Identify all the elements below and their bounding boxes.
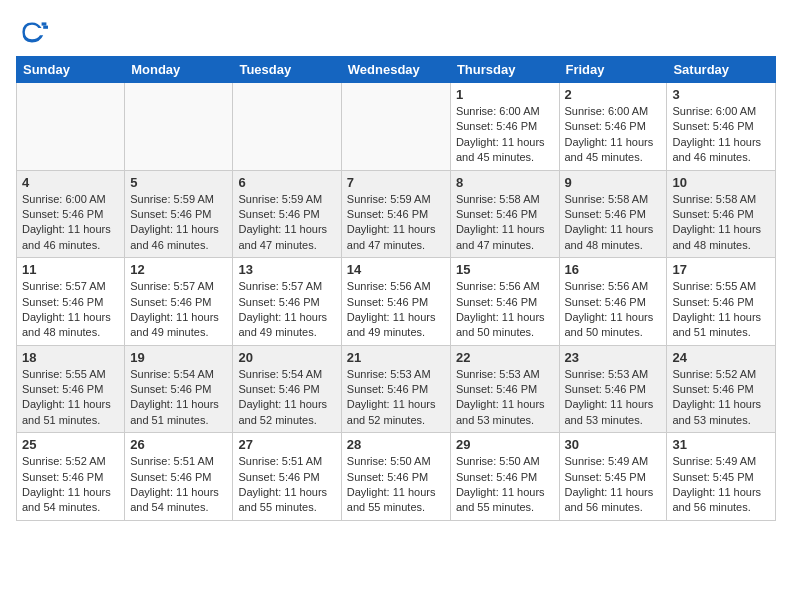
- day-number: 10: [672, 175, 770, 190]
- day-number: 13: [238, 262, 335, 277]
- calendar-day: 5Sunrise: 5:59 AM Sunset: 5:46 PM Daylig…: [125, 170, 233, 258]
- day-number: 28: [347, 437, 445, 452]
- calendar-day: 20Sunrise: 5:54 AM Sunset: 5:46 PM Dayli…: [233, 345, 341, 433]
- day-info: Sunrise: 6:00 AM Sunset: 5:46 PM Dayligh…: [565, 104, 662, 166]
- day-info: Sunrise: 6:00 AM Sunset: 5:46 PM Dayligh…: [672, 104, 770, 166]
- calendar-day: [17, 83, 125, 171]
- calendar-day: 23Sunrise: 5:53 AM Sunset: 5:46 PM Dayli…: [559, 345, 667, 433]
- day-number: 2: [565, 87, 662, 102]
- day-number: 21: [347, 350, 445, 365]
- day-info: Sunrise: 5:55 AM Sunset: 5:46 PM Dayligh…: [22, 367, 119, 429]
- calendar-day: 22Sunrise: 5:53 AM Sunset: 5:46 PM Dayli…: [450, 345, 559, 433]
- calendar-header-monday: Monday: [125, 57, 233, 83]
- calendar-day: 14Sunrise: 5:56 AM Sunset: 5:46 PM Dayli…: [341, 258, 450, 346]
- day-info: Sunrise: 5:53 AM Sunset: 5:46 PM Dayligh…: [456, 367, 554, 429]
- calendar-day: 29Sunrise: 5:50 AM Sunset: 5:46 PM Dayli…: [450, 433, 559, 521]
- calendar-day: 2Sunrise: 6:00 AM Sunset: 5:46 PM Daylig…: [559, 83, 667, 171]
- day-info: Sunrise: 5:54 AM Sunset: 5:46 PM Dayligh…: [238, 367, 335, 429]
- day-info: Sunrise: 5:50 AM Sunset: 5:46 PM Dayligh…: [347, 454, 445, 516]
- day-info: Sunrise: 5:52 AM Sunset: 5:46 PM Dayligh…: [672, 367, 770, 429]
- day-number: 19: [130, 350, 227, 365]
- calendar-day: 4Sunrise: 6:00 AM Sunset: 5:46 PM Daylig…: [17, 170, 125, 258]
- calendar-week-4: 18Sunrise: 5:55 AM Sunset: 5:46 PM Dayli…: [17, 345, 776, 433]
- day-number: 7: [347, 175, 445, 190]
- calendar-day: 1Sunrise: 6:00 AM Sunset: 5:46 PM Daylig…: [450, 83, 559, 171]
- page-header: [16, 16, 776, 48]
- calendar-day: 24Sunrise: 5:52 AM Sunset: 5:46 PM Dayli…: [667, 345, 776, 433]
- day-number: 5: [130, 175, 227, 190]
- calendar-day: [125, 83, 233, 171]
- day-number: 20: [238, 350, 335, 365]
- calendar: SundayMondayTuesdayWednesdayThursdayFrid…: [16, 56, 776, 521]
- calendar-day: 9Sunrise: 5:58 AM Sunset: 5:46 PM Daylig…: [559, 170, 667, 258]
- day-info: Sunrise: 5:49 AM Sunset: 5:45 PM Dayligh…: [565, 454, 662, 516]
- day-info: Sunrise: 5:57 AM Sunset: 5:46 PM Dayligh…: [238, 279, 335, 341]
- calendar-header-tuesday: Tuesday: [233, 57, 341, 83]
- day-number: 11: [22, 262, 119, 277]
- day-number: 22: [456, 350, 554, 365]
- calendar-day: 30Sunrise: 5:49 AM Sunset: 5:45 PM Dayli…: [559, 433, 667, 521]
- calendar-day: 16Sunrise: 5:56 AM Sunset: 5:46 PM Dayli…: [559, 258, 667, 346]
- day-info: Sunrise: 5:51 AM Sunset: 5:46 PM Dayligh…: [130, 454, 227, 516]
- calendar-day: 13Sunrise: 5:57 AM Sunset: 5:46 PM Dayli…: [233, 258, 341, 346]
- day-number: 9: [565, 175, 662, 190]
- calendar-day: [233, 83, 341, 171]
- calendar-week-5: 25Sunrise: 5:52 AM Sunset: 5:46 PM Dayli…: [17, 433, 776, 521]
- calendar-header-sunday: Sunday: [17, 57, 125, 83]
- calendar-week-2: 4Sunrise: 6:00 AM Sunset: 5:46 PM Daylig…: [17, 170, 776, 258]
- day-info: Sunrise: 5:56 AM Sunset: 5:46 PM Dayligh…: [347, 279, 445, 341]
- day-info: Sunrise: 5:58 AM Sunset: 5:46 PM Dayligh…: [456, 192, 554, 254]
- day-info: Sunrise: 5:58 AM Sunset: 5:46 PM Dayligh…: [672, 192, 770, 254]
- calendar-header-friday: Friday: [559, 57, 667, 83]
- day-number: 16: [565, 262, 662, 277]
- day-info: Sunrise: 5:53 AM Sunset: 5:46 PM Dayligh…: [565, 367, 662, 429]
- calendar-day: 6Sunrise: 5:59 AM Sunset: 5:46 PM Daylig…: [233, 170, 341, 258]
- calendar-day: 11Sunrise: 5:57 AM Sunset: 5:46 PM Dayli…: [17, 258, 125, 346]
- calendar-day: 12Sunrise: 5:57 AM Sunset: 5:46 PM Dayli…: [125, 258, 233, 346]
- calendar-header-wednesday: Wednesday: [341, 57, 450, 83]
- day-info: Sunrise: 5:59 AM Sunset: 5:46 PM Dayligh…: [347, 192, 445, 254]
- calendar-day: 15Sunrise: 5:56 AM Sunset: 5:46 PM Dayli…: [450, 258, 559, 346]
- day-info: Sunrise: 5:53 AM Sunset: 5:46 PM Dayligh…: [347, 367, 445, 429]
- calendar-week-3: 11Sunrise: 5:57 AM Sunset: 5:46 PM Dayli…: [17, 258, 776, 346]
- day-number: 8: [456, 175, 554, 190]
- logo: [16, 16, 52, 48]
- day-info: Sunrise: 5:56 AM Sunset: 5:46 PM Dayligh…: [456, 279, 554, 341]
- day-number: 17: [672, 262, 770, 277]
- day-info: Sunrise: 5:56 AM Sunset: 5:46 PM Dayligh…: [565, 279, 662, 341]
- day-number: 3: [672, 87, 770, 102]
- day-number: 25: [22, 437, 119, 452]
- day-number: 27: [238, 437, 335, 452]
- day-info: Sunrise: 5:59 AM Sunset: 5:46 PM Dayligh…: [238, 192, 335, 254]
- day-number: 4: [22, 175, 119, 190]
- calendar-header-row: SundayMondayTuesdayWednesdayThursdayFrid…: [17, 57, 776, 83]
- calendar-day: 17Sunrise: 5:55 AM Sunset: 5:46 PM Dayli…: [667, 258, 776, 346]
- calendar-day: 19Sunrise: 5:54 AM Sunset: 5:46 PM Dayli…: [125, 345, 233, 433]
- day-number: 14: [347, 262, 445, 277]
- day-info: Sunrise: 5:49 AM Sunset: 5:45 PM Dayligh…: [672, 454, 770, 516]
- day-number: 23: [565, 350, 662, 365]
- day-info: Sunrise: 5:52 AM Sunset: 5:46 PM Dayligh…: [22, 454, 119, 516]
- day-info: Sunrise: 5:55 AM Sunset: 5:46 PM Dayligh…: [672, 279, 770, 341]
- day-info: Sunrise: 5:57 AM Sunset: 5:46 PM Dayligh…: [130, 279, 227, 341]
- calendar-day: 3Sunrise: 6:00 AM Sunset: 5:46 PM Daylig…: [667, 83, 776, 171]
- calendar-day: 31Sunrise: 5:49 AM Sunset: 5:45 PM Dayli…: [667, 433, 776, 521]
- calendar-day: 21Sunrise: 5:53 AM Sunset: 5:46 PM Dayli…: [341, 345, 450, 433]
- day-number: 15: [456, 262, 554, 277]
- day-info: Sunrise: 5:57 AM Sunset: 5:46 PM Dayligh…: [22, 279, 119, 341]
- day-info: Sunrise: 5:50 AM Sunset: 5:46 PM Dayligh…: [456, 454, 554, 516]
- day-number: 6: [238, 175, 335, 190]
- calendar-day: 25Sunrise: 5:52 AM Sunset: 5:46 PM Dayli…: [17, 433, 125, 521]
- calendar-day: 26Sunrise: 5:51 AM Sunset: 5:46 PM Dayli…: [125, 433, 233, 521]
- day-info: Sunrise: 6:00 AM Sunset: 5:46 PM Dayligh…: [22, 192, 119, 254]
- day-info: Sunrise: 5:59 AM Sunset: 5:46 PM Dayligh…: [130, 192, 227, 254]
- calendar-week-1: 1Sunrise: 6:00 AM Sunset: 5:46 PM Daylig…: [17, 83, 776, 171]
- calendar-day: 27Sunrise: 5:51 AM Sunset: 5:46 PM Dayli…: [233, 433, 341, 521]
- day-number: 26: [130, 437, 227, 452]
- day-number: 29: [456, 437, 554, 452]
- day-info: Sunrise: 5:54 AM Sunset: 5:46 PM Dayligh…: [130, 367, 227, 429]
- calendar-header-saturday: Saturday: [667, 57, 776, 83]
- day-number: 24: [672, 350, 770, 365]
- day-number: 1: [456, 87, 554, 102]
- calendar-day: 7Sunrise: 5:59 AM Sunset: 5:46 PM Daylig…: [341, 170, 450, 258]
